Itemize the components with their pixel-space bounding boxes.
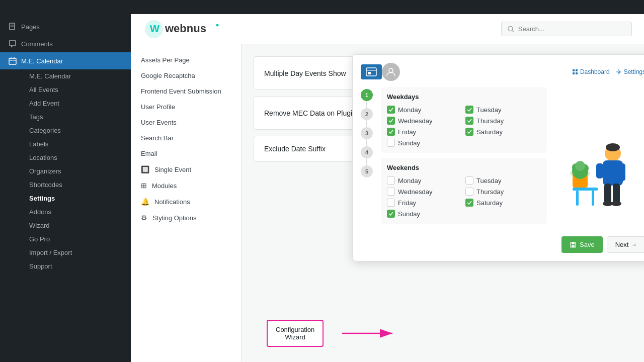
we-monday: Monday (387, 176, 462, 185)
we-sunday-checkbox[interactable] (387, 210, 395, 218)
we-saturday-checkbox[interactable] (465, 199, 473, 207)
sunday-wd-label: Sunday (398, 139, 420, 147)
sunday-wd-checkbox[interactable] (387, 139, 395, 147)
saturday-wd-checkbox[interactable] (465, 128, 473, 136)
settings-nav-user-profile[interactable]: User Profile (131, 99, 241, 115)
wednesday-label: Wednesday (398, 117, 432, 125)
submenu-all-events[interactable]: All Events (21, 83, 131, 97)
we-monday-checkbox[interactable] (387, 176, 395, 185)
settings-nav-user-events[interactable]: User Events (131, 115, 241, 130)
search-icon (508, 26, 514, 33)
submenu-labels[interactable]: Labels (21, 137, 131, 151)
we-thursday-checkbox[interactable] (465, 188, 473, 196)
monday-checkbox[interactable] (387, 106, 395, 114)
svg-rect-30 (592, 191, 594, 206)
svg-rect-19 (573, 72, 575, 74)
svg-rect-34 (620, 163, 625, 181)
weekends-grid: Monday Tuesday Wednesday (387, 176, 541, 218)
we-wednesday-checkbox[interactable] (387, 188, 395, 196)
submenu-mec-calendar[interactable]: M.E. Calendar (21, 69, 131, 83)
multiple-day-label: Multiple Day Events Show (264, 69, 346, 77)
submenu-locations[interactable]: Locations (21, 151, 131, 164)
submenu-import-export[interactable]: Import / Export (21, 246, 131, 259)
save-label: Save (580, 241, 595, 248)
wednesday-checkbox[interactable] (387, 117, 395, 125)
wizard-annotation-arrow (342, 326, 403, 341)
friday-checkbox[interactable] (387, 128, 395, 136)
submenu-shortcodes[interactable]: Shortcodes (21, 178, 131, 192)
wizard-popup: Dashboard Settings 1 (352, 54, 644, 261)
wordpress-admin-topbar (0, 0, 644, 14)
weekdays-section: Weekdays Monday Tuesday (381, 87, 547, 153)
webnus-logo: W webnus (143, 18, 223, 40)
next-button[interactable]: Next → (607, 236, 644, 253)
saturday-wd-label: Saturday (476, 128, 503, 136)
we-sunday: Sunday (387, 210, 462, 218)
submenu-support[interactable]: Support (21, 259, 131, 273)
step-2: 2 (361, 108, 373, 120)
settings-nav-assets[interactable]: Assets Per Page (131, 52, 241, 68)
wizard-tab-icon (361, 64, 382, 79)
we-friday-checkbox[interactable] (387, 199, 395, 207)
svg-point-21 (618, 71, 620, 73)
day-monday: Monday (387, 106, 462, 114)
tuesday-checkbox[interactable] (465, 106, 473, 114)
wizard-days-content: Weekdays Monday Tuesday (381, 87, 547, 224)
submenu-settings[interactable]: Settings (21, 192, 131, 205)
settings-nav-search-bar[interactable]: Search Bar (131, 130, 241, 146)
next-label: Next → (615, 241, 637, 248)
wizard-settings-link[interactable]: Settings (616, 68, 644, 75)
settings-nav-styling[interactable]: ⚙ Styling Options (131, 210, 241, 226)
settings-main: Multiple Day Events Show First day on li… (242, 44, 644, 362)
submenu-tags[interactable]: Tags (21, 110, 131, 124)
submenu-gopro[interactable]: Go Pro (21, 232, 131, 246)
svg-rect-18 (576, 69, 578, 71)
day-sunday-wd: Sunday (387, 139, 462, 147)
submenu-add-event[interactable]: Add Event (21, 97, 131, 110)
submenu-organizers[interactable]: Organizers (21, 164, 131, 178)
weekends-section: Weekends Monday Tuesday (381, 158, 547, 224)
svg-rect-33 (603, 160, 623, 186)
sidebar-item-pages[interactable]: Pages (0, 18, 131, 35)
svg-point-32 (606, 143, 620, 151)
wizard-header: Dashboard Settings (361, 63, 644, 81)
avatar (382, 63, 400, 81)
search-input[interactable] (518, 25, 625, 33)
settings-nav-modules[interactable]: ⊞ Modules (131, 177, 241, 194)
modules-icon: ⊞ (141, 182, 147, 190)
step-3: 3 (361, 127, 373, 139)
wizard-tab-area (361, 64, 382, 79)
day-friday: Friday (387, 128, 462, 136)
svg-point-16 (389, 68, 393, 72)
settings-nav-frontend[interactable]: Frontend Event Submission (131, 83, 241, 99)
wordpress-sidebar: Admin area for the Modern Events Calenda… (0, 14, 131, 362)
sidebar-item-comments[interactable]: Comments (0, 35, 131, 52)
wizard-header-links: Dashboard Settings (572, 68, 644, 75)
step-line-2 (366, 120, 367, 127)
wizard-annotation-text: ConfigurationWizard (276, 326, 314, 341)
single-event-icon: 🔲 (141, 165, 149, 173)
wizard-dashboard-link[interactable]: Dashboard (572, 68, 610, 75)
sidebar-item-mec[interactable]: M.E. Calendar (0, 52, 131, 69)
submenu-wizard[interactable]: Wizard (21, 219, 131, 232)
we-saturday: Saturday (465, 199, 541, 207)
submenu-addons[interactable]: Addons (21, 205, 131, 219)
save-button[interactable]: Save (561, 236, 603, 253)
content-area: W webnus Assets Per Page Google Recaptch… (131, 14, 644, 362)
we-thursday-label: Thursday (476, 188, 504, 196)
wizard-illustration (555, 87, 644, 224)
submenu-categories[interactable]: Categories (21, 124, 131, 137)
svg-line-12 (512, 30, 514, 32)
settings-nav-email[interactable]: Email (131, 146, 241, 161)
search-box[interactable] (501, 22, 632, 36)
thursday-checkbox[interactable] (465, 117, 473, 125)
settings-nav-recaptcha[interactable]: Google Recaptcha (131, 68, 241, 83)
settings-nav-single-event[interactable]: 🔲 Single Event (131, 161, 241, 177)
wizard-footer: Save Next → (361, 230, 644, 253)
comments-label: Comments (21, 40, 53, 48)
wizard-body: 1 2 3 4 5 (361, 87, 644, 224)
settings-nav-notifications[interactable]: 🔔 Notifications (131, 194, 241, 210)
svg-rect-15 (368, 72, 371, 74)
we-tuesday-checkbox[interactable] (465, 176, 473, 185)
weekdays-grid: Monday Tuesday Wednesday (387, 106, 541, 147)
